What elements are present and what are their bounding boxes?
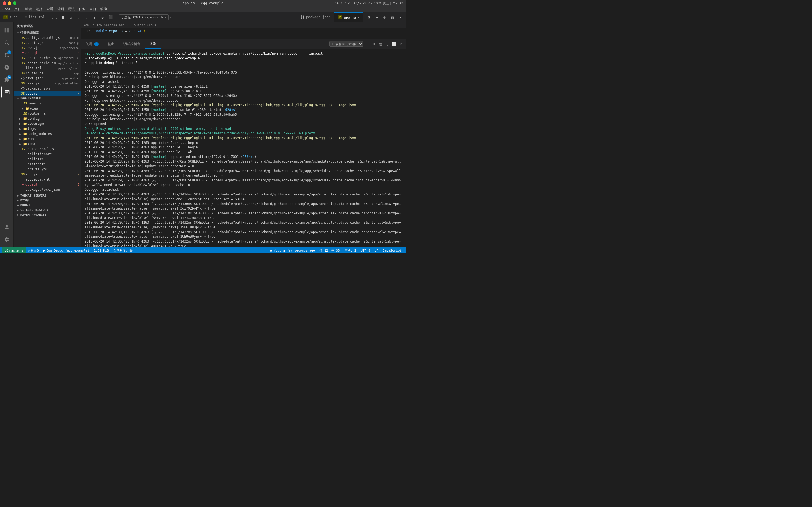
activity-remote[interactable]	[1, 87, 12, 98]
line-ending-status[interactable]: LF	[372, 249, 380, 252]
settings-button[interactable]: ⚙	[381, 14, 388, 20]
maven-header[interactable]: ▶ MAVEN PROJECTS	[13, 212, 81, 217]
gitlens-header[interactable]: ▶ GITLENS HISTORY	[13, 208, 81, 212]
list-item[interactable]: JS news.js app/service	[13, 45, 81, 50]
chevron-down-icon[interactable]: ⌄	[385, 41, 390, 47]
step-out-button[interactable]: ↑	[91, 14, 98, 20]
indentation-status[interactable]: 空格: 2	[342, 248, 359, 252]
activity-extensions[interactable]: 14	[1, 74, 12, 86]
tab-listtpl[interactable]: ≡ list.tpl	[21, 12, 49, 22]
coverage-folder[interactable]: ▶ 📁 coverage	[13, 121, 81, 126]
encoding-status[interactable]: UTF-8	[358, 249, 372, 252]
menu-task[interactable]: 任务	[79, 7, 86, 11]
git-branch-status[interactable]: ⎇ master ↻	[2, 247, 26, 253]
tomcat-servers-header[interactable]: ▶ TOMCAT SERVERS	[13, 193, 81, 198]
menu-edit[interactable]: 编辑	[25, 7, 32, 11]
close-panel-button[interactable]: ✕	[398, 41, 404, 47]
layout-button[interactable]: ▤	[389, 14, 396, 20]
menu-select[interactable]: 选择	[36, 7, 43, 11]
split-editor-button[interactable]: ⊞	[365, 14, 372, 20]
open-editors-header[interactable]: ▾ 打开的编辑器	[13, 30, 81, 35]
more-button[interactable]: ⋯	[373, 14, 380, 20]
activity-accounts[interactable]	[1, 221, 12, 233]
list-item[interactable]: · .travis.yml	[13, 167, 81, 172]
list-item[interactable]: JS update_cache.js app/schedule	[13, 55, 81, 61]
tab-appjs[interactable]: JS app.js ✕	[335, 12, 363, 22]
list-item[interactable]: ! package.lock.json	[13, 187, 81, 192]
list-item[interactable]: ▶ 📁 config	[13, 116, 81, 121]
tab-output[interactable]: 输出	[103, 39, 119, 49]
menu-code[interactable]: Code	[2, 7, 10, 11]
pause-button[interactable]: ⏸	[60, 14, 66, 20]
activity-debug[interactable]	[1, 62, 12, 73]
close-panel-button[interactable]: ✕	[397, 14, 404, 20]
list-item[interactable]: · .eslintrc	[13, 157, 81, 162]
activity-settings[interactable]	[1, 234, 12, 245]
activity-explorer[interactable]	[1, 24, 12, 36]
step-over-button[interactable]: ↓	[75, 14, 82, 20]
tab-packagejson[interactable]: {} package.json	[297, 12, 334, 22]
step-into-button[interactable]: ↓	[84, 14, 90, 20]
list-item[interactable]: JS update_cache_init.js app/schedule	[13, 61, 81, 66]
new-terminal-button[interactable]: ＋	[364, 41, 370, 47]
list-item[interactable]: JS news.js app/controller	[13, 81, 81, 86]
language-status[interactable]: JavaScript	[380, 249, 404, 252]
list-item[interactable]: ▶ 📁 logs	[13, 126, 81, 131]
debug-status[interactable]: ▶ Egg Debug (egg-example)	[41, 247, 92, 253]
minimize-button[interactable]	[8, 1, 11, 5]
tab-terminal[interactable]: 终端	[145, 39, 161, 49]
list-item[interactable]: JS app.js M	[13, 172, 81, 177]
autosave-status[interactable]: 自动附加: 关	[111, 247, 135, 253]
list-item[interactable]: JS router.js app	[13, 71, 81, 76]
list-item[interactable]: ▶ 📁 node_modules	[13, 131, 81, 136]
menu-help[interactable]: 帮助	[100, 7, 107, 11]
list-item[interactable]: JS plugin.js config	[13, 40, 81, 45]
list-item[interactable]: ≡ db.sql 8	[13, 50, 81, 55]
list-item[interactable]: ! appveyor.yml	[13, 177, 81, 182]
tab-close-button[interactable]: ✕	[358, 16, 359, 19]
list-item[interactable]: · .gitignore	[13, 162, 81, 167]
process-selector[interactable]: 子进程 4263 (egg-example)	[119, 14, 168, 20]
activity-search[interactable]	[1, 37, 12, 48]
tab-problems[interactable]: 问题 8	[81, 39, 103, 49]
maximize-panel-button[interactable]: ⬜	[391, 41, 397, 47]
list-item[interactable]: JS config.default.js config	[13, 35, 81, 40]
list-item[interactable]: · .eslintignore	[13, 152, 81, 157]
split-terminal-button[interactable]: ⊞	[371, 41, 377, 47]
menu-goto[interactable]: 转到	[57, 7, 64, 11]
list-item[interactable]: JS app.js M	[13, 91, 81, 96]
maximize-button[interactable]	[13, 1, 16, 5]
activity-git[interactable]: 1	[1, 49, 12, 61]
list-item[interactable]: JS news.js	[13, 101, 81, 106]
cursor-position[interactable]: 行 12，列 35	[317, 248, 342, 252]
trash-button[interactable]: 🗑	[378, 41, 384, 47]
mysql-header[interactable]: ▶ MYSQL	[13, 198, 81, 203]
menu-view[interactable]: 查看	[47, 7, 53, 11]
blame-status[interactable]: ◉ You, a few seconds ago	[268, 249, 317, 252]
process-dropdown-icon[interactable]: ▾	[170, 15, 172, 19]
list-item[interactable]: JS .autod.conf.js	[13, 147, 81, 152]
tab-tjs[interactable]: JS t.js	[0, 12, 21, 22]
list-item[interactable]: ≡ db.sql 8	[13, 182, 81, 187]
project-header[interactable]: ▾ EGG-EXAMPLE	[13, 96, 81, 101]
list-item[interactable]: ▶ 📁 view	[13, 106, 81, 111]
restart-button[interactable]: ↻	[99, 14, 106, 20]
list-item[interactable]: ▶ 📁 test	[13, 142, 81, 147]
terminal-selector[interactable]: 1: 节点调试控制台	[329, 41, 363, 47]
error-count[interactable]: ⊗ 8 ⚠ 0	[26, 247, 41, 253]
terminal[interactable]: richarddeMacBook-Pro:egg-example richard…	[81, 49, 406, 247]
menu-window[interactable]: 窗口	[89, 7, 96, 11]
close-button[interactable]	[3, 1, 6, 5]
refresh-button[interactable]: ↺	[68, 14, 74, 20]
list-item[interactable]: ≡ list.tpl app/view/news	[13, 66, 81, 71]
stop-button[interactable]: ⬛	[107, 14, 114, 20]
menu-file[interactable]: 文件	[14, 7, 21, 11]
list-item[interactable]: {} package.json	[13, 86, 81, 91]
code-editor[interactable]: 12 module.exports = app => {	[81, 28, 406, 39]
menu-debug[interactable]: 调试	[68, 7, 75, 11]
tab-debug-console[interactable]: 调试控制台	[119, 39, 145, 49]
window-controls[interactable]	[3, 1, 16, 5]
mongo-header[interactable]: ▶ MONGO	[13, 203, 81, 208]
list-item[interactable]: {} news.json app/public	[13, 76, 81, 81]
list-item[interactable]: JS router.js	[13, 111, 81, 116]
